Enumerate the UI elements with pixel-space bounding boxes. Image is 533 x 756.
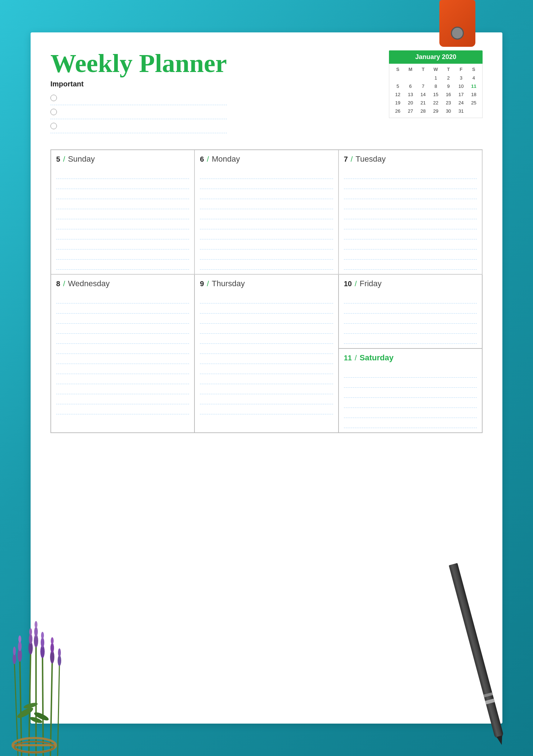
wednesday-line-12[interactable] [56,404,189,414]
tuesday-line-1[interactable] [344,169,477,179]
sunday-line-4[interactable] [56,199,189,209]
tuesday-line-5[interactable] [344,209,477,219]
separator-thursday: / [207,280,209,288]
tuesday-line-7[interactable] [344,229,477,239]
saturday-line-2[interactable] [344,378,477,388]
separator-sunday: / [63,155,65,163]
tuesday-line-9[interactable] [344,249,477,260]
thursday-line-6[interactable] [200,344,333,354]
cal-date-5: 5 [391,82,404,90]
day-cell-friday: 10 / Friday [339,275,482,349]
day-name-wednesday: Wednesday [68,279,110,288]
wednesday-line-8[interactable] [56,364,189,374]
monday-line-3[interactable] [200,189,333,199]
day-name-sunday: Sunday [68,154,95,164]
thursday-line-9[interactable] [200,374,333,384]
cal-date-8: 8 [429,82,442,90]
thursday-line-12[interactable] [200,404,333,414]
friday-line-1[interactable] [344,293,477,303]
tuesday-line-2[interactable] [344,179,477,189]
wednesday-line-9[interactable] [56,374,189,384]
monday-line-2[interactable] [200,179,333,189]
thursday-line-11[interactable] [200,394,333,404]
saturday-line-5[interactable] [344,408,477,418]
friday-line-2[interactable] [344,303,477,314]
tuesday-line-6[interactable] [344,219,477,229]
thursday-line-8[interactable] [200,364,333,374]
day-header-saturday: 11 / Saturday [344,353,477,363]
sunday-line-6[interactable] [56,219,189,229]
tuesday-lines [344,169,477,270]
calendar-week-5: 26 27 28 29 30 31 - [391,107,480,115]
monday-line-1[interactable] [200,169,333,179]
saturday-line-3[interactable] [344,388,477,398]
day-cell-tuesday: 7 / Tuesday [339,150,483,275]
day-header-friday: 10 / Friday [344,279,477,288]
cal-date-29: 29 [429,107,442,115]
cal-date-4: 4 [467,74,480,82]
svg-point-25 [58,648,61,657]
planner-header: Weekly Planner Important January 202 [50,50,483,142]
monday-line-6[interactable] [200,219,333,229]
sunday-line-7[interactable] [56,229,189,239]
thursday-line-1[interactable] [200,293,333,303]
monday-line-4[interactable] [200,199,333,209]
wednesday-line-1[interactable] [56,293,189,303]
sunday-line-9[interactable] [56,249,189,260]
saturday-line-6[interactable] [344,418,477,428]
tuesday-line-4[interactable] [344,199,477,209]
thursday-line-3[interactable] [200,314,333,324]
svg-point-23 [13,647,16,655]
cal-date-7: 7 [417,82,429,90]
saturday-line-1[interactable] [344,368,477,378]
sunday-line-10[interactable] [56,260,189,270]
monday-line-5[interactable] [200,209,333,219]
sunday-line-1[interactable] [56,169,189,179]
sunday-line-8[interactable] [56,239,189,249]
sunday-line-3[interactable] [56,189,189,199]
checkbox-1[interactable] [50,95,57,101]
important-item-2 [50,105,227,119]
sunday-line-2[interactable] [56,179,189,189]
wednesday-line-11[interactable] [56,394,189,404]
wednesday-line-10[interactable] [56,384,189,394]
day-header-thursday: 9 / Thursday [200,279,333,288]
thursday-line-5[interactable] [200,334,333,344]
checkbox-2[interactable] [50,109,57,115]
cal-date-1: 1 [429,74,442,82]
thursday-line-7[interactable] [200,354,333,364]
important-section: Important [50,80,227,133]
friday-line-5[interactable] [344,334,477,344]
monday-line-7[interactable] [200,229,333,239]
tuesday-line-8[interactable] [344,239,477,249]
day-cell-thursday: 9 / Thursday [195,275,339,433]
cal-date-18: 18 [467,91,480,98]
wednesday-line-6[interactable] [56,344,189,354]
tuesday-line-3[interactable] [344,189,477,199]
flowers-decoration [0,605,72,756]
cal-date-20: 20 [404,99,417,107]
wednesday-line-7[interactable] [56,354,189,364]
checkbox-3[interactable] [50,123,57,129]
friday-line-3[interactable] [344,314,477,324]
svg-point-28 [14,742,54,752]
cal-date-25: 25 [467,99,480,107]
wednesday-line-5[interactable] [56,334,189,344]
thursday-line-4[interactable] [200,324,333,334]
thursday-line-10[interactable] [200,384,333,394]
wednesday-line-4[interactable] [56,324,189,334]
monday-line-8[interactable] [200,239,333,249]
sunday-lines [56,169,189,270]
wednesday-line-2[interactable] [56,303,189,314]
monday-lines [200,169,333,270]
saturday-line-4[interactable] [344,398,477,408]
thursday-line-2[interactable] [200,303,333,314]
thursday-lines [200,293,333,414]
friday-line-4[interactable] [344,324,477,334]
cal-date-30: 30 [442,107,455,115]
monday-line-9[interactable] [200,249,333,260]
wednesday-line-3[interactable] [56,314,189,324]
tuesday-line-10[interactable] [344,260,477,270]
sunday-line-5[interactable] [56,209,189,219]
monday-line-10[interactable] [200,260,333,270]
